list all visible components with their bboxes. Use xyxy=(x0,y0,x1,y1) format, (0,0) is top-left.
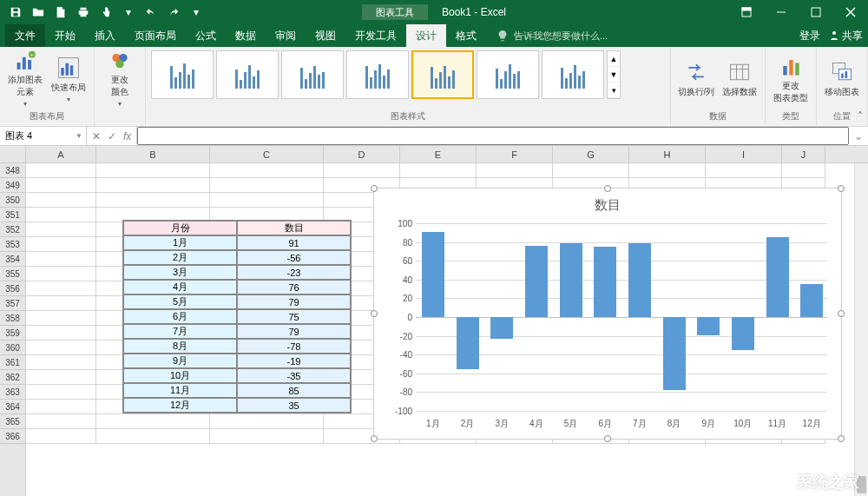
menu-file[interactable]: 文件 xyxy=(5,24,45,47)
row-header[interactable]: 355 xyxy=(0,267,25,281)
table-cell-value[interactable]: 79 xyxy=(237,324,351,339)
menu-design[interactable]: 设计 xyxy=(406,24,446,47)
row-header[interactable]: 359 xyxy=(0,326,25,341)
chart-title[interactable]: 数目 xyxy=(374,188,841,217)
tell-me-search[interactable]: 告诉我您想要做什么... xyxy=(496,30,608,43)
chart-style-4[interactable] xyxy=(346,50,409,99)
chart-bar[interactable] xyxy=(697,317,720,335)
confirm-formula-icon[interactable]: ✓ xyxy=(108,130,116,142)
table-header-month[interactable]: 月份 xyxy=(123,221,237,235)
cell[interactable] xyxy=(26,237,96,252)
change-chart-type-button[interactable]: 更改 图表类型 xyxy=(771,50,811,108)
table-cell-month[interactable]: 6月 xyxy=(123,309,237,324)
table-cell-value[interactable]: -78 xyxy=(237,339,351,354)
col-header-J[interactable]: J xyxy=(782,146,825,162)
row-header[interactable]: 349 xyxy=(0,178,25,193)
print-icon[interactable] xyxy=(73,2,94,23)
chart-bar[interactable] xyxy=(766,237,789,317)
table-cell-value[interactable]: 85 xyxy=(237,383,351,398)
cell[interactable] xyxy=(553,163,629,178)
row-header[interactable]: 362 xyxy=(0,370,25,385)
collapse-ribbon-icon[interactable]: ˄ xyxy=(854,107,866,126)
chart-style-3[interactable] xyxy=(281,50,344,99)
cell[interactable] xyxy=(96,414,210,429)
menu-format[interactable]: 格式 xyxy=(446,24,486,47)
select-data-button[interactable]: 选择数据 xyxy=(720,50,760,108)
name-box[interactable]: 图表 4 xyxy=(0,127,87,145)
cell[interactable] xyxy=(96,178,210,193)
cancel-formula-icon[interactable]: ✕ xyxy=(92,130,101,142)
table-cell-value[interactable]: 35 xyxy=(237,398,351,413)
menu-view[interactable]: 视图 xyxy=(306,24,345,47)
cell[interactable] xyxy=(26,267,96,281)
cell[interactable] xyxy=(629,163,706,178)
close-button[interactable] xyxy=(833,0,868,24)
table-header-value[interactable]: 数目 xyxy=(237,221,351,235)
cell[interactable] xyxy=(26,385,96,400)
cell[interactable] xyxy=(26,414,96,429)
chart-bar[interactable] xyxy=(560,243,582,317)
table-cell-value[interactable]: -35 xyxy=(237,368,351,383)
cell[interactable] xyxy=(210,429,324,444)
col-header-G[interactable]: G xyxy=(553,146,629,162)
cell[interactable] xyxy=(26,429,96,444)
ribbon-options-icon[interactable] xyxy=(729,0,764,24)
chart-bar[interactable] xyxy=(422,232,444,317)
table-cell-value[interactable]: 76 xyxy=(237,280,351,294)
col-header-H[interactable]: H xyxy=(629,146,706,162)
col-header-F[interactable]: F xyxy=(477,146,553,162)
cell[interactable] xyxy=(400,163,477,178)
chart-bar[interactable] xyxy=(800,284,823,317)
menu-data[interactable]: 数据 xyxy=(226,24,266,47)
cell[interactable] xyxy=(26,178,96,193)
gallery-down-icon[interactable]: ▼ xyxy=(608,67,620,83)
cell[interactable] xyxy=(26,355,96,370)
cell[interactable] xyxy=(96,193,210,208)
gallery-up-icon[interactable]: ▲ xyxy=(608,51,620,67)
share-button[interactable]: 共享 xyxy=(829,29,863,43)
vertical-scrollbar[interactable] xyxy=(854,163,868,496)
chart-bar[interactable] xyxy=(490,317,513,339)
cell[interactable] xyxy=(26,281,96,296)
cell[interactable] xyxy=(26,193,96,208)
cell[interactable] xyxy=(26,252,96,267)
formula-input[interactable] xyxy=(137,127,849,145)
expand-formula-icon[interactable]: ⌄ xyxy=(849,130,868,142)
table-cell-month[interactable]: 5月 xyxy=(123,294,237,309)
change-color-button[interactable]: 更改 颜色▾ xyxy=(100,50,140,108)
cell[interactable] xyxy=(96,429,210,444)
col-header-B[interactable]: B xyxy=(96,146,210,162)
menu-layout[interactable]: 页面布局 xyxy=(125,24,186,47)
chart-style-7[interactable] xyxy=(542,50,604,99)
cell[interactable] xyxy=(26,208,96,222)
chart-style-6[interactable] xyxy=(477,50,539,99)
data-table[interactable]: 月份数目1月912月-563月-234月765月796月757月798月-789… xyxy=(122,220,352,413)
table-cell-value[interactable]: -19 xyxy=(237,354,351,368)
cell[interactable] xyxy=(26,311,96,326)
switch-row-col-button[interactable]: 切换行/列 xyxy=(676,50,716,108)
cell[interactable] xyxy=(706,163,782,178)
menu-dev[interactable]: 开发工具 xyxy=(345,24,406,47)
table-cell-value[interactable]: 75 xyxy=(237,309,351,324)
row-header[interactable]: 350 xyxy=(0,193,25,208)
table-cell-month[interactable]: 12月 xyxy=(123,398,237,413)
menu-review[interactable]: 审阅 xyxy=(266,24,306,47)
chart-bar[interactable] xyxy=(663,317,686,390)
cell[interactable] xyxy=(26,370,96,385)
gallery-more-icon[interactable]: ▾ xyxy=(608,83,620,98)
cell[interactable] xyxy=(210,178,324,193)
row-header[interactable]: 360 xyxy=(0,341,25,355)
new-icon[interactable] xyxy=(50,2,71,23)
cell[interactable] xyxy=(210,193,324,208)
col-header-A[interactable]: A xyxy=(26,146,96,162)
table-cell-month[interactable]: 8月 xyxy=(123,339,237,354)
col-header-C[interactable]: C xyxy=(210,146,324,162)
cell[interactable] xyxy=(210,163,324,178)
table-cell-value[interactable]: -23 xyxy=(237,265,351,280)
cell[interactable] xyxy=(26,222,96,237)
row-header[interactable]: 358 xyxy=(0,311,25,326)
fx-icon[interactable]: fx xyxy=(123,130,131,142)
quick-layout-button[interactable]: 快速布局▾ xyxy=(49,50,89,108)
embedded-chart[interactable]: 数目 100806040200-20-40-60-80-100 1月2月3月4月… xyxy=(373,188,842,440)
add-chart-element-button[interactable]: + 添加图表 元素▾ xyxy=(5,50,45,108)
